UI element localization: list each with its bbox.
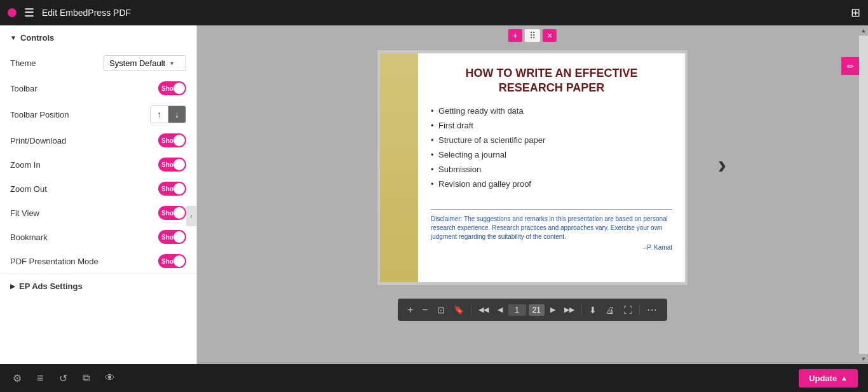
theme-row: Theme System Default ▾ [0,50,196,76]
page-input[interactable] [508,304,526,316]
toolbar-position-btn-group: ↑ ↓ [150,105,186,123]
block-add-button[interactable]: + [508,29,522,42]
pdf-divider [431,209,672,210]
history-icon-button[interactable]: ↺ [57,370,70,387]
zoom-out-toggle-label: Show [161,186,179,193]
zoom-out-toggle[interactable]: Show [158,182,186,196]
zoom-in-button[interactable]: + [404,303,416,317]
pdf-container: HOW TO WRITE AN EFFECTIVE RESEARCH PAPER… [377,50,688,286]
pdf-author: –P. Kamat [431,244,672,251]
layers-icon-button[interactable]: ≡ [34,369,46,388]
zoom-in-toggle[interactable]: Show [158,158,186,172]
toolbar-position-label: Toolbar Position [10,110,69,119]
fit-view-label: Fit View [10,208,39,218]
zoom-in-row: Zoom In Show [0,152,196,177]
pdf-presentation-toggle[interactable]: Show [158,254,186,268]
controls-label: Controls [20,33,54,43]
main-layout: ▼ Controls Theme System Default ▾ Toolba… [0,25,868,364]
pdf-disclaimer: Disclaimer: The suggestions and remarks … [431,215,672,241]
next-page-button[interactable]: ▶ [547,304,559,315]
ads-arrow-icon: ▶ [10,283,15,290]
list-item: Getting ready with data [431,106,672,116]
bookmark-toggle-label: Show [161,234,179,241]
bottom-bar: ⚙ ≡ ↺ ⧉ 👁 Update ▲ [0,364,868,392]
download-button[interactable]: ⬇ [586,304,600,316]
bookmark-toggle[interactable]: Show [158,230,186,244]
pdf-slide: HOW TO WRITE AN EFFECTIVE RESEARCH PAPER… [380,53,685,282]
list-item: First draft [431,121,672,130]
content-area: + ⠿ × ✏ ▲ ▼ HOW TO WRITE AN EFFECTIVE [197,25,868,364]
controls-arrow-icon: ▼ [10,34,17,41]
hamburger-icon[interactable]: ☰ [24,6,34,20]
dropdown-arrow-icon: ▾ [170,60,173,67]
pdf-content: HOW TO WRITE AN EFFECTIVE RESEARCH PAPER… [418,53,685,282]
more-button[interactable]: ⋯ [644,302,661,317]
print-download-toggle[interactable]: Show [158,133,186,147]
list-item: Submission [431,165,672,174]
settings-icon-button[interactable]: ⚙ [10,370,24,387]
toolbar-toggle-label: Show [161,85,179,92]
pdf-presentation-toggle-label: Show [161,258,179,265]
edit-pencil-button[interactable]: ✏ [841,57,859,75]
skip-back-button[interactable]: ◀◀ [475,304,492,315]
collapse-handle[interactable]: ‹ [186,206,196,226]
toolbar-toggle-wrap: Show [158,81,186,95]
toolbar-sep-2 [581,305,582,315]
fit-view-toggle-label: Show [161,210,179,217]
pdf-wrapper: HOW TO WRITE AN EFFECTIVE RESEARCH PAPER… [377,43,688,286]
list-item: Revision and galley proof [431,179,672,189]
block-drag-handle[interactable]: ⠿ [525,29,540,42]
fit-view-toggle[interactable]: Show [158,206,186,220]
zoom-out-button[interactable]: − [419,303,431,317]
left-panel: ▼ Controls Theme System Default ▾ Toolba… [0,25,197,364]
fit-view-row: Fit View Show [0,201,196,225]
top-bar: ☰ Edit EmbedPress PDF ⊞ [0,0,868,25]
list-item: Selecting a journal [431,150,672,159]
responsive-icon-button[interactable]: ⧉ [80,370,92,386]
theme-label: Theme [10,58,36,68]
bookmark-row: Bookmark Show [0,225,196,249]
skip-forward-button[interactable]: ▶▶ [561,304,578,315]
prev-button[interactable]: ◀ [494,304,506,315]
next-slide-button[interactable]: › [718,151,726,179]
print-download-toggle-label: Show [161,137,179,144]
fit-button[interactable]: ⊡ [434,304,448,316]
toolbar-down-button[interactable]: ↓ [168,106,186,123]
grid-icon[interactable]: ⊞ [851,6,860,20]
block-close-button[interactable]: × [543,29,557,42]
print-download-row: Print/Download Show [0,128,196,152]
bookmark-button[interactable]: 🔖 [451,304,467,316]
block-toolbar: + ⠿ × [506,27,559,44]
ads-settings-label: EP Ads Settings [19,281,83,291]
toolbar-up-button[interactable]: ↑ [151,106,168,123]
pdf-title: HOW TO WRITE AN EFFECTIVE RESEARCH PAPER [431,66,672,96]
update-label: Update [809,374,837,383]
toolbar-toggle[interactable]: Show [158,81,186,95]
update-button[interactable]: Update ▲ [799,369,858,388]
pdf-presentation-label: PDF Presentation Mode [10,257,98,266]
ads-settings-section[interactable]: ▶ EP Ads Settings [0,273,196,299]
theme-dropdown[interactable]: System Default ▾ [104,55,186,71]
bookmark-label: Bookmark [10,233,48,242]
scroll-track [859,36,868,354]
list-item: Structure of a scientific paper [431,135,672,145]
brand-circle [8,8,17,17]
toolbar-row: Toolbar Show [0,76,196,100]
controls-section-header[interactable]: ▼ Controls [0,25,196,50]
scroll-down-button[interactable]: ▼ [859,354,868,364]
pdf-toolbar: + − ⊡ 🔖 ◀◀ ◀ 21 ▶ ▶▶ ⬇ 🖨 ⛶ ⋯ [398,299,667,321]
visibility-icon-button[interactable]: 👁 [102,370,118,386]
toolbar-label: Toolbar [10,84,37,93]
toolbar-position-row: Toolbar Position ↑ ↓ [0,100,196,128]
print-button[interactable]: 🖨 [602,304,618,316]
fullscreen-button[interactable]: ⛶ [620,304,635,316]
toolbar-sep-3 [639,305,640,315]
zoom-out-row: Zoom Out Show [0,177,196,201]
pdf-presentation-row: PDF Presentation Mode Show [0,249,196,273]
pdf-bullets: Getting ready with data First draft Stru… [431,106,672,194]
zoom-in-toggle-label: Show [161,161,179,168]
print-download-label: Print/Download [10,136,66,145]
right-scrollbar[interactable]: ▲ ▼ [859,25,868,364]
scroll-up-button[interactable]: ▲ [859,25,868,36]
page-title: Edit EmbedPress PDF [42,8,843,18]
